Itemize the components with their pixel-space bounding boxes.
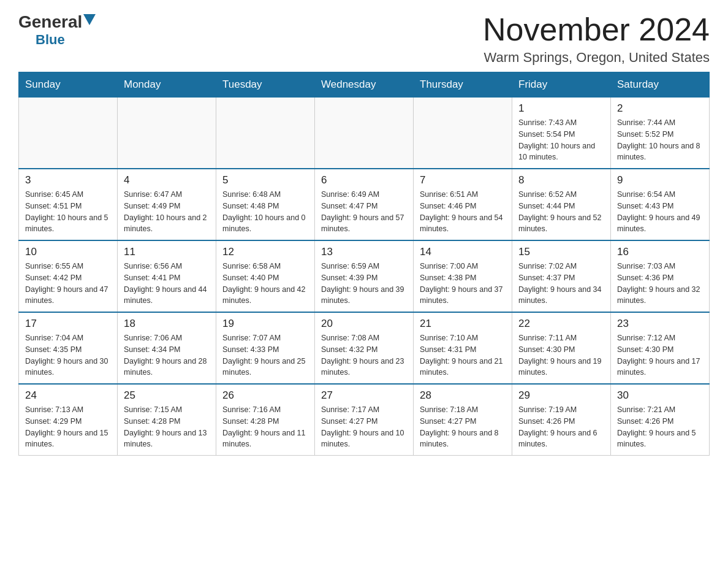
day-info: Sunrise: 7:13 AM Sunset: 4:29 PM Dayligh… — [25, 404, 111, 450]
day-info: Sunrise: 7:12 AM Sunset: 4:30 PM Dayligh… — [617, 332, 703, 378]
calendar-day-header: Monday — [118, 72, 216, 98]
calendar-day-cell: 12Sunrise: 6:58 AM Sunset: 4:40 PM Dayli… — [216, 240, 315, 312]
calendar-day-cell — [118, 98, 216, 169]
svg-marker-0 — [83, 14, 96, 25]
calendar-day-cell: 20Sunrise: 7:08 AM Sunset: 4:32 PM Dayli… — [315, 312, 414, 384]
calendar-day-header: Friday — [512, 72, 611, 98]
day-info: Sunrise: 7:00 AM Sunset: 4:38 PM Dayligh… — [420, 261, 506, 307]
calendar-week-row: 3Sunrise: 6:45 AM Sunset: 4:51 PM Daylig… — [19, 169, 710, 240]
day-info: Sunrise: 6:56 AM Sunset: 4:41 PM Dayligh… — [124, 261, 210, 307]
day-info: Sunrise: 6:58 AM Sunset: 4:40 PM Dayligh… — [222, 261, 308, 307]
calendar-day-cell: 11Sunrise: 6:56 AM Sunset: 4:41 PM Dayli… — [118, 240, 216, 312]
calendar-day-cell: 24Sunrise: 7:13 AM Sunset: 4:29 PM Dayli… — [19, 384, 118, 456]
day-number: 20 — [321, 318, 407, 330]
calendar-day-cell: 2Sunrise: 7:44 AM Sunset: 5:52 PM Daylig… — [611, 98, 710, 169]
calendar-week-row: 17Sunrise: 7:04 AM Sunset: 4:35 PM Dayli… — [19, 312, 710, 384]
calendar-day-cell: 28Sunrise: 7:18 AM Sunset: 4:27 PM Dayli… — [414, 384, 512, 456]
calendar-day-header: Saturday — [611, 72, 710, 98]
day-number: 1 — [518, 102, 604, 115]
day-number: 29 — [518, 389, 604, 402]
day-info: Sunrise: 7:19 AM Sunset: 4:26 PM Dayligh… — [518, 404, 604, 450]
day-info: Sunrise: 7:06 AM Sunset: 4:34 PM Dayligh… — [124, 332, 210, 378]
calendar-day-cell: 4Sunrise: 6:47 AM Sunset: 4:49 PM Daylig… — [118, 169, 216, 240]
day-number: 14 — [420, 246, 506, 258]
calendar-day-cell: 3Sunrise: 6:45 AM Sunset: 4:51 PM Daylig… — [19, 169, 118, 240]
calendar-day-header: Thursday — [414, 72, 512, 98]
day-info: Sunrise: 7:11 AM Sunset: 4:30 PM Dayligh… — [518, 332, 604, 378]
calendar-week-row: 24Sunrise: 7:13 AM Sunset: 4:29 PM Dayli… — [19, 384, 710, 456]
day-info: Sunrise: 6:59 AM Sunset: 4:39 PM Dayligh… — [321, 261, 407, 307]
calendar-day-cell: 6Sunrise: 6:49 AM Sunset: 4:47 PM Daylig… — [315, 169, 414, 240]
day-info: Sunrise: 7:18 AM Sunset: 4:27 PM Dayligh… — [420, 404, 506, 450]
month-title: November 2024 — [483, 12, 710, 47]
calendar-day-header: Sunday — [19, 72, 118, 98]
calendar-day-cell: 19Sunrise: 7:07 AM Sunset: 4:33 PM Dayli… — [216, 312, 315, 384]
day-info: Sunrise: 6:47 AM Sunset: 4:49 PM Dayligh… — [124, 189, 210, 235]
day-number: 24 — [25, 389, 111, 402]
day-info: Sunrise: 6:54 AM Sunset: 4:43 PM Dayligh… — [617, 189, 703, 235]
calendar-week-row: 10Sunrise: 6:55 AM Sunset: 4:42 PM Dayli… — [19, 240, 710, 312]
calendar-day-cell — [216, 98, 315, 169]
day-info: Sunrise: 6:45 AM Sunset: 4:51 PM Dayligh… — [25, 189, 111, 235]
calendar-day-cell: 13Sunrise: 6:59 AM Sunset: 4:39 PM Dayli… — [315, 240, 414, 312]
day-info: Sunrise: 7:21 AM Sunset: 4:26 PM Dayligh… — [617, 404, 703, 450]
calendar-day-cell — [315, 98, 414, 169]
day-info: Sunrise: 7:44 AM Sunset: 5:52 PM Dayligh… — [617, 117, 703, 163]
day-number: 3 — [25, 174, 111, 186]
calendar-day-cell: 22Sunrise: 7:11 AM Sunset: 4:30 PM Dayli… — [512, 312, 611, 384]
day-number: 18 — [124, 318, 210, 330]
calendar-day-cell: 23Sunrise: 7:12 AM Sunset: 4:30 PM Dayli… — [611, 312, 710, 384]
calendar-table: SundayMondayTuesdayWednesdayThursdayFrid… — [18, 72, 710, 456]
calendar-day-cell: 1Sunrise: 7:43 AM Sunset: 5:54 PM Daylig… — [512, 98, 611, 169]
day-number: 21 — [420, 318, 506, 330]
day-number: 7 — [420, 174, 506, 186]
day-number: 4 — [124, 174, 210, 186]
day-number: 26 — [222, 389, 308, 402]
calendar-header-row: SundayMondayTuesdayWednesdayThursdayFrid… — [19, 72, 710, 98]
calendar-day-cell: 25Sunrise: 7:15 AM Sunset: 4:28 PM Dayli… — [118, 384, 216, 456]
calendar-day-header: Tuesday — [216, 72, 315, 98]
calendar-day-header: Wednesday — [315, 72, 414, 98]
calendar-day-cell: 7Sunrise: 6:51 AM Sunset: 4:46 PM Daylig… — [414, 169, 512, 240]
day-number: 15 — [518, 246, 604, 258]
location-text: Warm Springs, Oregon, United States — [483, 50, 710, 66]
day-info: Sunrise: 7:16 AM Sunset: 4:28 PM Dayligh… — [222, 404, 308, 450]
calendar-day-cell: 8Sunrise: 6:52 AM Sunset: 4:44 PM Daylig… — [512, 169, 611, 240]
day-info: Sunrise: 6:55 AM Sunset: 4:42 PM Dayligh… — [25, 261, 111, 307]
calendar-day-cell: 18Sunrise: 7:06 AM Sunset: 4:34 PM Dayli… — [118, 312, 216, 384]
day-number: 12 — [222, 246, 308, 258]
calendar-day-cell: 16Sunrise: 7:03 AM Sunset: 4:36 PM Dayli… — [611, 240, 710, 312]
day-info: Sunrise: 7:03 AM Sunset: 4:36 PM Dayligh… — [617, 261, 703, 307]
calendar-day-cell: 27Sunrise: 7:17 AM Sunset: 4:27 PM Dayli… — [315, 384, 414, 456]
day-info: Sunrise: 7:02 AM Sunset: 4:37 PM Dayligh… — [518, 261, 604, 307]
calendar-day-cell: 14Sunrise: 7:00 AM Sunset: 4:38 PM Dayli… — [414, 240, 512, 312]
day-info: Sunrise: 7:17 AM Sunset: 4:27 PM Dayligh… — [321, 404, 407, 450]
day-number: 9 — [617, 174, 703, 186]
day-info: Sunrise: 7:43 AM Sunset: 5:54 PM Dayligh… — [518, 117, 604, 163]
day-info: Sunrise: 7:08 AM Sunset: 4:32 PM Dayligh… — [321, 332, 407, 378]
day-number: 2 — [617, 102, 703, 115]
day-number: 5 — [222, 174, 308, 186]
day-info: Sunrise: 7:15 AM Sunset: 4:28 PM Dayligh… — [124, 404, 210, 450]
calendar-week-row: 1Sunrise: 7:43 AM Sunset: 5:54 PM Daylig… — [19, 98, 710, 169]
calendar-day-cell: 30Sunrise: 7:21 AM Sunset: 4:26 PM Dayli… — [611, 384, 710, 456]
day-info: Sunrise: 6:52 AM Sunset: 4:44 PM Dayligh… — [518, 189, 604, 235]
day-info: Sunrise: 7:07 AM Sunset: 4:33 PM Dayligh… — [222, 332, 308, 378]
logo-triangle-icon — [83, 14, 96, 28]
day-number: 16 — [617, 246, 703, 258]
calendar-day-cell: 15Sunrise: 7:02 AM Sunset: 4:37 PM Dayli… — [512, 240, 611, 312]
calendar-day-cell — [414, 98, 512, 169]
calendar-day-cell: 26Sunrise: 7:16 AM Sunset: 4:28 PM Dayli… — [216, 384, 315, 456]
page-header: General Blue November 2024 Warm Springs,… — [18, 12, 710, 66]
title-section: November 2024 Warm Springs, Oregon, Unit… — [483, 12, 710, 66]
calendar-day-cell: 17Sunrise: 7:04 AM Sunset: 4:35 PM Dayli… — [19, 312, 118, 384]
logo: General Blue — [18, 12, 96, 48]
calendar-day-cell: 21Sunrise: 7:10 AM Sunset: 4:31 PM Dayli… — [414, 312, 512, 384]
day-number: 28 — [420, 389, 506, 402]
day-number: 17 — [25, 318, 111, 330]
day-info: Sunrise: 6:48 AM Sunset: 4:48 PM Dayligh… — [222, 189, 308, 235]
calendar-day-cell: 10Sunrise: 6:55 AM Sunset: 4:42 PM Dayli… — [19, 240, 118, 312]
day-number: 30 — [617, 389, 703, 402]
day-number: 27 — [321, 389, 407, 402]
day-number: 13 — [321, 246, 407, 258]
